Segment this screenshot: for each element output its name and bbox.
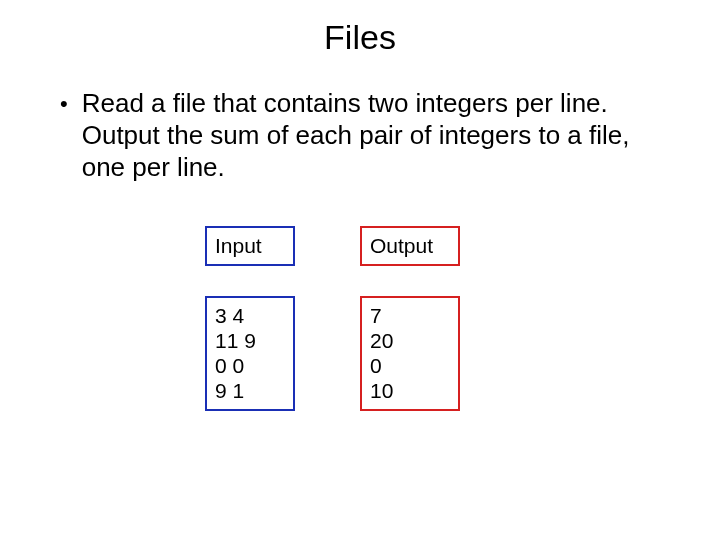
bullet-marker: • — [60, 89, 68, 119]
slide-title: Files — [0, 0, 720, 87]
output-label-box: Output — [360, 226, 460, 266]
input-data-box: 3 4 11 9 0 0 9 1 — [205, 296, 295, 411]
bullet-text: Read a file that contains two integers p… — [82, 87, 670, 183]
bullet-item: • Read a file that contains two integers… — [0, 87, 720, 183]
input-label-box: Input — [205, 226, 295, 266]
output-data-box: 7 20 0 10 — [360, 296, 460, 411]
